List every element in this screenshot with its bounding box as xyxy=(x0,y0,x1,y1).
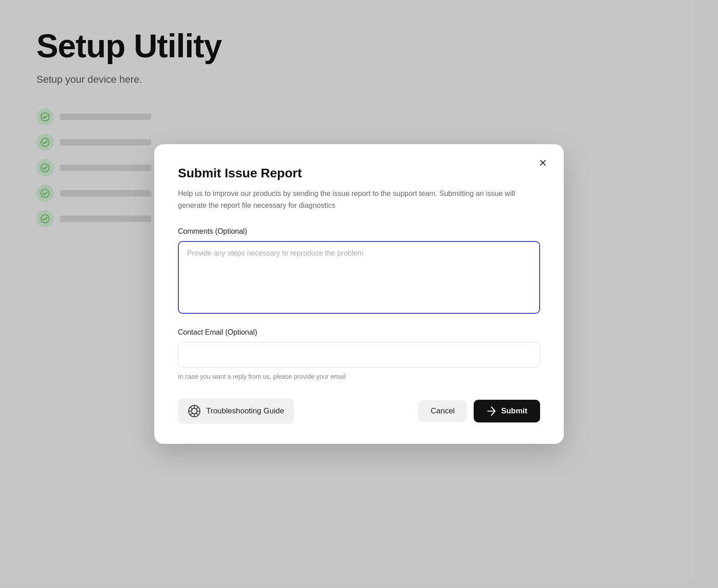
modal-description: Help us to improve our products by sendi… xyxy=(178,188,540,211)
close-icon: ✕ xyxy=(539,158,547,168)
modal-dialog: ✕ Submit Issue Report Help us to improve… xyxy=(154,144,564,444)
modal-footer: Troubleshooting Guide Cancel Submit xyxy=(178,398,540,424)
submit-button[interactable]: Submit xyxy=(474,400,540,422)
email-input[interactable] xyxy=(178,342,540,367)
footer-right: Cancel Submit xyxy=(418,400,540,422)
cancel-button[interactable]: Cancel xyxy=(418,400,467,422)
svg-line-12 xyxy=(196,413,198,415)
troubleshooting-label: Troubleshooting Guide xyxy=(206,407,284,416)
email-label: Contact Email (Optional) xyxy=(178,328,540,337)
svg-point-6 xyxy=(192,408,197,414)
modal-overlay: ✕ Submit Issue Report Help us to improve… xyxy=(0,0,718,588)
close-button[interactable]: ✕ xyxy=(535,155,551,171)
comments-textarea[interactable] xyxy=(178,241,540,314)
svg-line-11 xyxy=(191,407,192,409)
comments-label: Comments (Optional) xyxy=(178,227,540,236)
troubleshooting-button[interactable]: Troubleshooting Guide xyxy=(178,398,294,424)
svg-line-13 xyxy=(196,407,198,409)
submit-label: Submit xyxy=(501,407,527,416)
svg-line-14 xyxy=(191,413,192,415)
submit-icon xyxy=(486,406,496,416)
email-hint: In case you want a reply from us, please… xyxy=(178,373,540,380)
troubleshooting-icon xyxy=(188,405,201,417)
modal-title: Submit Issue Report xyxy=(178,166,540,181)
